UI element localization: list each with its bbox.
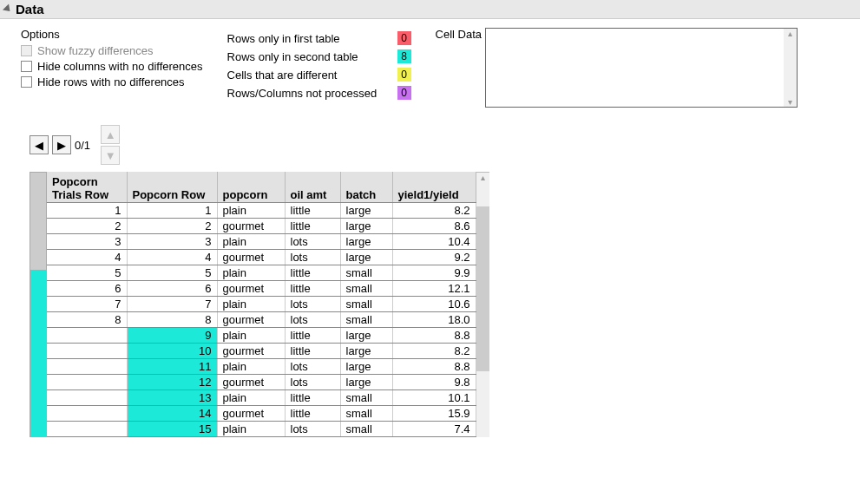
table-cell[interactable]: 7 bbox=[47, 297, 127, 312]
table-cell[interactable]: small bbox=[340, 312, 392, 328]
section-header[interactable]: Data bbox=[0, 0, 860, 19]
col-header-trials-row[interactable]: PopcornTrials Row bbox=[47, 172, 127, 203]
table-cell[interactable]: little bbox=[285, 219, 340, 234]
table-cell[interactable]: lots bbox=[285, 250, 340, 265]
table-cell[interactable]: plain bbox=[217, 234, 285, 250]
table-cell[interactable]: large bbox=[340, 344, 392, 359]
col-header-popcorn[interactable]: popcorn bbox=[217, 172, 285, 203]
table-row[interactable]: 9plainlittlelarge8.8 bbox=[47, 328, 476, 344]
table-cell[interactable] bbox=[47, 390, 127, 406]
table-row[interactable]: 33plainlotslarge10.4 bbox=[47, 234, 476, 250]
table-cell[interactable]: 15.9 bbox=[392, 406, 476, 422]
table-cell[interactable] bbox=[47, 359, 127, 375]
table-cell[interactable]: small bbox=[340, 297, 392, 312]
table-cell[interactable]: small bbox=[340, 265, 392, 281]
nav-up-button[interactable]: ▲ bbox=[101, 125, 120, 144]
table-cell[interactable]: 8.8 bbox=[392, 328, 476, 344]
table-cell[interactable] bbox=[47, 344, 127, 359]
table-cell[interactable]: 6 bbox=[47, 281, 127, 297]
table-row[interactable]: 44gourmetlotslarge9.2 bbox=[47, 250, 476, 265]
table-scrollbar[interactable]: ▴ bbox=[476, 172, 489, 437]
table-cell[interactable]: 8 bbox=[47, 312, 127, 328]
table-row[interactable]: 11plainlittlelarge8.2 bbox=[47, 203, 476, 219]
scroll-down-icon[interactable]: ▾ bbox=[784, 97, 797, 107]
scroll-up-icon[interactable]: ▴ bbox=[476, 173, 489, 182]
scroll-up-icon[interactable]: ▴ bbox=[784, 29, 797, 38]
table-cell[interactable]: 1 bbox=[47, 203, 127, 219]
nav-prev-button[interactable]: ◀ bbox=[30, 135, 49, 154]
table-cell[interactable]: little bbox=[285, 344, 340, 359]
table-cell[interactable]: large bbox=[340, 203, 392, 219]
table-row[interactable]: 11plainlotslarge8.8 bbox=[47, 359, 476, 375]
table-cell[interactable]: little bbox=[285, 203, 340, 219]
table-cell[interactable]: small bbox=[340, 390, 392, 406]
table-cell[interactable]: little bbox=[285, 406, 340, 422]
table-row[interactable]: 10gourmetlittlelarge8.2 bbox=[47, 344, 476, 359]
table-cell[interactable]: large bbox=[340, 219, 392, 234]
table-cell[interactable]: 18.0 bbox=[392, 312, 476, 328]
table-cell[interactable]: 1 bbox=[127, 203, 217, 219]
table-cell[interactable]: lots bbox=[285, 375, 340, 390]
cell-data-box[interactable]: ▴ ▾ bbox=[485, 28, 798, 108]
table-cell[interactable]: small bbox=[340, 406, 392, 422]
table-cell[interactable]: plain bbox=[217, 297, 285, 312]
col-header-batch[interactable]: batch bbox=[340, 172, 392, 203]
table-cell[interactable]: 7 bbox=[127, 297, 217, 312]
table-cell[interactable]: large bbox=[340, 250, 392, 265]
table-cell[interactable] bbox=[47, 406, 127, 422]
nav-next-button[interactable]: ▶ bbox=[52, 135, 71, 154]
table-cell[interactable]: 15 bbox=[127, 422, 217, 437]
table-cell[interactable]: gourmet bbox=[217, 281, 285, 297]
disclosure-icon[interactable] bbox=[3, 3, 13, 14]
scroll-thumb[interactable] bbox=[476, 206, 489, 371]
table-cell[interactable]: lots bbox=[285, 234, 340, 250]
table-cell[interactable]: plain bbox=[217, 203, 285, 219]
checkbox-hide-cols[interactable] bbox=[21, 61, 32, 72]
table-cell[interactable]: 6 bbox=[127, 281, 217, 297]
table-cell[interactable]: lots bbox=[285, 312, 340, 328]
table-cell[interactable]: 10.6 bbox=[392, 297, 476, 312]
table-cell[interactable]: large bbox=[340, 359, 392, 375]
table-cell[interactable]: gourmet bbox=[217, 219, 285, 234]
table-row[interactable]: 15plainlotssmall7.4 bbox=[47, 422, 476, 437]
table-cell[interactable]: 9 bbox=[127, 328, 217, 344]
table-row[interactable]: 55plainlittlesmall9.9 bbox=[47, 265, 476, 281]
table-row[interactable]: 66gourmetlittlesmall12.1 bbox=[47, 281, 476, 297]
table-cell[interactable]: plain bbox=[217, 328, 285, 344]
table-cell[interactable]: plain bbox=[217, 422, 285, 437]
table-row[interactable]: 13plainlittlesmall10.1 bbox=[47, 390, 476, 406]
table-cell[interactable]: plain bbox=[217, 390, 285, 406]
table-cell[interactable]: 4 bbox=[127, 250, 217, 265]
table-cell[interactable]: 9.2 bbox=[392, 250, 476, 265]
table-cell[interactable] bbox=[47, 422, 127, 437]
table-cell[interactable] bbox=[47, 328, 127, 344]
table-cell[interactable]: 10.4 bbox=[392, 234, 476, 250]
table-cell[interactable]: 10.1 bbox=[392, 390, 476, 406]
table-cell[interactable]: little bbox=[285, 281, 340, 297]
table-cell[interactable]: 9.9 bbox=[392, 265, 476, 281]
table-cell[interactable]: small bbox=[340, 281, 392, 297]
table-cell[interactable]: gourmet bbox=[217, 312, 285, 328]
table-cell[interactable]: 12 bbox=[127, 375, 217, 390]
table-cell[interactable]: little bbox=[285, 390, 340, 406]
table-cell[interactable]: gourmet bbox=[217, 406, 285, 422]
checkbox-hide-rows[interactable] bbox=[21, 76, 32, 88]
table-cell[interactable]: large bbox=[340, 375, 392, 390]
table-cell[interactable]: 8.8 bbox=[392, 359, 476, 375]
table-cell[interactable]: 5 bbox=[47, 265, 127, 281]
table-cell[interactable]: 2 bbox=[47, 219, 127, 234]
table-row[interactable]: 22gourmetlittlelarge8.6 bbox=[47, 219, 476, 234]
table-cell[interactable]: 8.6 bbox=[392, 219, 476, 234]
table-row[interactable]: 77plainlotssmall10.6 bbox=[47, 297, 476, 312]
table-cell[interactable]: gourmet bbox=[217, 344, 285, 359]
table-cell[interactable]: little bbox=[285, 265, 340, 281]
table-cell[interactable]: 13 bbox=[127, 390, 217, 406]
table-cell[interactable]: lots bbox=[285, 359, 340, 375]
table-cell[interactable]: large bbox=[340, 328, 392, 344]
cell-data-scrollbar[interactable]: ▴ ▾ bbox=[784, 29, 797, 107]
table-cell[interactable]: plain bbox=[217, 359, 285, 375]
table-cell[interactable]: gourmet bbox=[217, 250, 285, 265]
table-cell[interactable]: gourmet bbox=[217, 375, 285, 390]
table-row[interactable]: 12gourmetlotslarge9.8 bbox=[47, 375, 476, 390]
table-cell[interactable]: 7.4 bbox=[392, 422, 476, 437]
